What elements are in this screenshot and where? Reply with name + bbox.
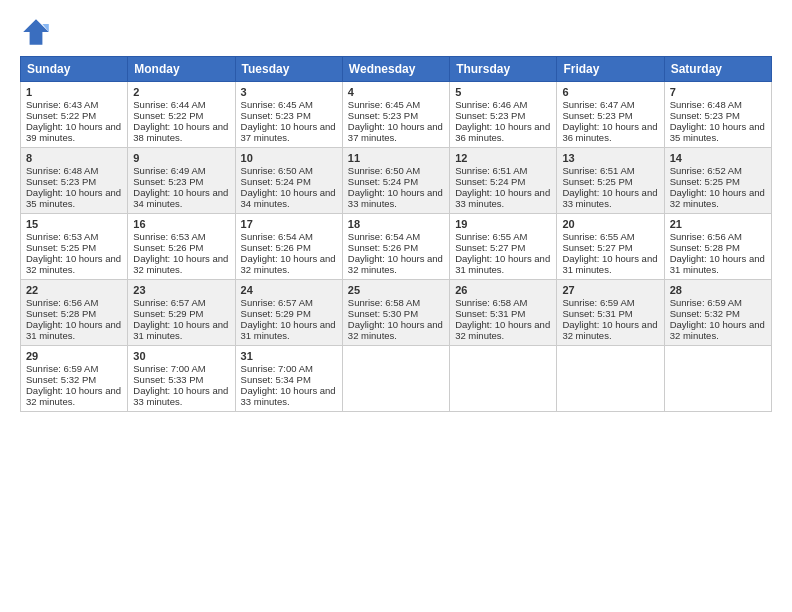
daylight-text: Daylight: 10 hours and 32 minutes. — [26, 253, 121, 275]
sunset-text: Sunset: 5:23 PM — [455, 110, 525, 121]
day-number: 17 — [241, 218, 337, 230]
calendar-cell: 31Sunrise: 7:00 AMSunset: 5:34 PMDayligh… — [235, 346, 342, 412]
calendar-cell — [557, 346, 664, 412]
sunrise-text: Sunrise: 6:51 AM — [455, 165, 527, 176]
daylight-text: Daylight: 10 hours and 32 minutes. — [670, 319, 765, 341]
sunrise-text: Sunrise: 6:52 AM — [670, 165, 742, 176]
day-number: 25 — [348, 284, 444, 296]
sunrise-text: Sunrise: 6:53 AM — [26, 231, 98, 242]
sunset-text: Sunset: 5:23 PM — [241, 110, 311, 121]
sunset-text: Sunset: 5:25 PM — [670, 176, 740, 187]
day-number: 1 — [26, 86, 122, 98]
sunset-text: Sunset: 5:26 PM — [241, 242, 311, 253]
daylight-text: Daylight: 10 hours and 35 minutes. — [670, 121, 765, 143]
daylight-text: Daylight: 10 hours and 32 minutes. — [348, 319, 443, 341]
day-number: 23 — [133, 284, 229, 296]
daylight-text: Daylight: 10 hours and 36 minutes. — [562, 121, 657, 143]
day-number: 21 — [670, 218, 766, 230]
calendar-cell: 27Sunrise: 6:59 AMSunset: 5:31 PMDayligh… — [557, 280, 664, 346]
sunset-text: Sunset: 5:29 PM — [133, 308, 203, 319]
sunset-text: Sunset: 5:24 PM — [241, 176, 311, 187]
calendar-table: SundayMondayTuesdayWednesdayThursdayFrid… — [20, 56, 772, 412]
daylight-text: Daylight: 10 hours and 36 minutes. — [455, 121, 550, 143]
sunrise-text: Sunrise: 6:50 AM — [348, 165, 420, 176]
calendar-cell: 15Sunrise: 6:53 AMSunset: 5:25 PMDayligh… — [21, 214, 128, 280]
calendar-cell: 29Sunrise: 6:59 AMSunset: 5:32 PMDayligh… — [21, 346, 128, 412]
calendar-cell: 19Sunrise: 6:55 AMSunset: 5:27 PMDayligh… — [450, 214, 557, 280]
sunrise-text: Sunrise: 6:58 AM — [348, 297, 420, 308]
daylight-text: Daylight: 10 hours and 31 minutes. — [562, 253, 657, 275]
sunrise-text: Sunrise: 7:00 AM — [133, 363, 205, 374]
sunrise-text: Sunrise: 6:43 AM — [26, 99, 98, 110]
sunset-text: Sunset: 5:23 PM — [562, 110, 632, 121]
sunrise-text: Sunrise: 6:55 AM — [455, 231, 527, 242]
daylight-text: Daylight: 10 hours and 32 minutes. — [562, 319, 657, 341]
sunrise-text: Sunrise: 6:50 AM — [241, 165, 313, 176]
sunset-text: Sunset: 5:30 PM — [348, 308, 418, 319]
sunset-text: Sunset: 5:29 PM — [241, 308, 311, 319]
sunset-text: Sunset: 5:24 PM — [455, 176, 525, 187]
sunset-text: Sunset: 5:25 PM — [26, 242, 96, 253]
day-number: 13 — [562, 152, 658, 164]
day-number: 31 — [241, 350, 337, 362]
day-number: 6 — [562, 86, 658, 98]
header — [20, 16, 772, 48]
daylight-text: Daylight: 10 hours and 32 minutes. — [348, 253, 443, 275]
calendar-cell: 2Sunrise: 6:44 AMSunset: 5:22 PMDaylight… — [128, 82, 235, 148]
daylight-text: Daylight: 10 hours and 33 minutes. — [348, 187, 443, 209]
daylight-text: Daylight: 10 hours and 37 minutes. — [241, 121, 336, 143]
header-cell-saturday: Saturday — [664, 57, 771, 82]
calendar-cell: 1Sunrise: 6:43 AMSunset: 5:22 PMDaylight… — [21, 82, 128, 148]
logo — [20, 16, 56, 48]
day-number: 14 — [670, 152, 766, 164]
day-number: 27 — [562, 284, 658, 296]
calendar-row-2: 8Sunrise: 6:48 AMSunset: 5:23 PMDaylight… — [21, 148, 772, 214]
sunset-text: Sunset: 5:22 PM — [133, 110, 203, 121]
calendar-cell: 30Sunrise: 7:00 AMSunset: 5:33 PMDayligh… — [128, 346, 235, 412]
sunrise-text: Sunrise: 6:58 AM — [455, 297, 527, 308]
calendar-cell: 25Sunrise: 6:58 AMSunset: 5:30 PMDayligh… — [342, 280, 449, 346]
sunset-text: Sunset: 5:31 PM — [455, 308, 525, 319]
calendar-cell: 5Sunrise: 6:46 AMSunset: 5:23 PMDaylight… — [450, 82, 557, 148]
calendar-row-5: 29Sunrise: 6:59 AMSunset: 5:32 PMDayligh… — [21, 346, 772, 412]
day-number: 29 — [26, 350, 122, 362]
calendar-cell — [342, 346, 449, 412]
sunset-text: Sunset: 5:32 PM — [26, 374, 96, 385]
sunset-text: Sunset: 5:23 PM — [348, 110, 418, 121]
daylight-text: Daylight: 10 hours and 31 minutes. — [670, 253, 765, 275]
daylight-text: Daylight: 10 hours and 34 minutes. — [241, 187, 336, 209]
calendar-cell: 24Sunrise: 6:57 AMSunset: 5:29 PMDayligh… — [235, 280, 342, 346]
header-cell-thursday: Thursday — [450, 57, 557, 82]
calendar-cell: 6Sunrise: 6:47 AMSunset: 5:23 PMDaylight… — [557, 82, 664, 148]
daylight-text: Daylight: 10 hours and 38 minutes. — [133, 121, 228, 143]
calendar-cell: 11Sunrise: 6:50 AMSunset: 5:24 PMDayligh… — [342, 148, 449, 214]
daylight-text: Daylight: 10 hours and 33 minutes. — [241, 385, 336, 407]
daylight-text: Daylight: 10 hours and 31 minutes. — [26, 319, 121, 341]
daylight-text: Daylight: 10 hours and 33 minutes. — [455, 187, 550, 209]
sunset-text: Sunset: 5:23 PM — [670, 110, 740, 121]
calendar-row-1: 1Sunrise: 6:43 AMSunset: 5:22 PMDaylight… — [21, 82, 772, 148]
day-number: 12 — [455, 152, 551, 164]
calendar-cell: 16Sunrise: 6:53 AMSunset: 5:26 PMDayligh… — [128, 214, 235, 280]
day-number: 22 — [26, 284, 122, 296]
day-number: 30 — [133, 350, 229, 362]
calendar-cell: 4Sunrise: 6:45 AMSunset: 5:23 PMDaylight… — [342, 82, 449, 148]
sunset-text: Sunset: 5:22 PM — [26, 110, 96, 121]
day-number: 7 — [670, 86, 766, 98]
sunrise-text: Sunrise: 6:48 AM — [670, 99, 742, 110]
sunset-text: Sunset: 5:33 PM — [133, 374, 203, 385]
day-number: 4 — [348, 86, 444, 98]
header-cell-tuesday: Tuesday — [235, 57, 342, 82]
sunrise-text: Sunrise: 7:00 AM — [241, 363, 313, 374]
sunset-text: Sunset: 5:26 PM — [133, 242, 203, 253]
sunset-text: Sunset: 5:25 PM — [562, 176, 632, 187]
sunset-text: Sunset: 5:32 PM — [670, 308, 740, 319]
calendar-header: SundayMondayTuesdayWednesdayThursdayFrid… — [21, 57, 772, 82]
header-row: SundayMondayTuesdayWednesdayThursdayFrid… — [21, 57, 772, 82]
daylight-text: Daylight: 10 hours and 31 minutes. — [455, 253, 550, 275]
calendar-cell: 21Sunrise: 6:56 AMSunset: 5:28 PMDayligh… — [664, 214, 771, 280]
day-number: 15 — [26, 218, 122, 230]
calendar-cell: 17Sunrise: 6:54 AMSunset: 5:26 PMDayligh… — [235, 214, 342, 280]
sunrise-text: Sunrise: 6:49 AM — [133, 165, 205, 176]
sunrise-text: Sunrise: 6:54 AM — [348, 231, 420, 242]
